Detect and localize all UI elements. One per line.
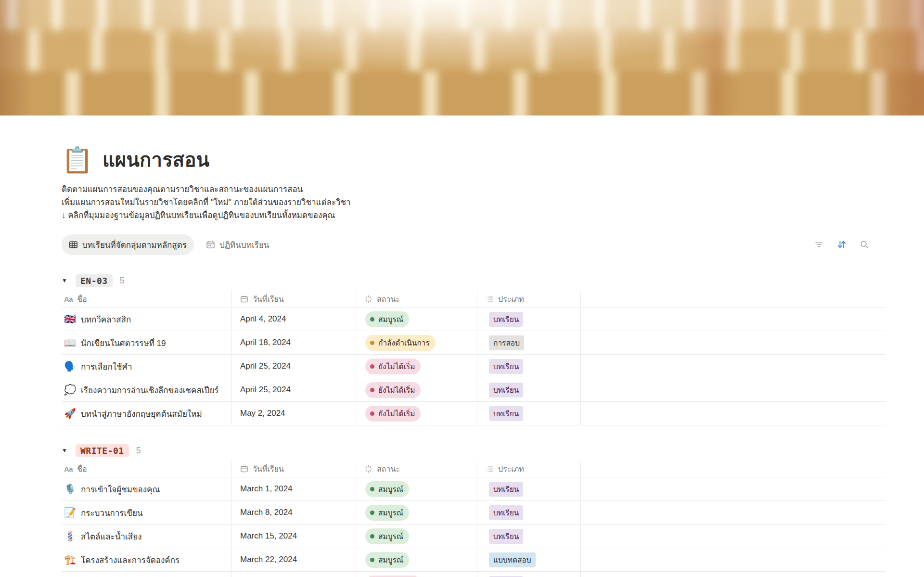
- cell-empty: [581, 501, 886, 525]
- cell-name[interactable]: 🇬🇧 บทกวีคลาสสิก: [62, 308, 232, 331]
- thought-balloon-icon: 💭: [64, 385, 76, 395]
- cell-type[interactable]: บทเรียน: [477, 402, 581, 425]
- column-header-name[interactable]: Aa ชื่อ: [62, 461, 232, 477]
- column-header-date[interactable]: วันที่เรียน: [232, 291, 356, 308]
- date-value: March 22, 2024: [240, 555, 297, 564]
- page-description: ติดตามแผนการสอนของคุณตามรายวิชาและสถานะข…: [62, 183, 886, 222]
- cell-status[interactable]: ยังไม่ได้เริ่ม: [356, 402, 477, 425]
- lesson-title: โครงสร้างและการจัดองค์กร: [81, 553, 180, 566]
- cell-date[interactable]: March 15, 2024: [232, 525, 356, 548]
- collapse-triangle-icon[interactable]: ▼: [62, 447, 68, 454]
- date-value: April 4, 2024: [240, 314, 286, 324]
- status-pill: สมบูรณ์: [365, 505, 409, 521]
- lesson-title: บทนำสู่ภาษาอังกฤษยุคต้นสมัยใหม่: [81, 407, 202, 420]
- speaking-head-icon: 🗣️: [64, 361, 76, 371]
- cell-status[interactable]: กำลังดำเนินการ: [356, 331, 477, 355]
- cell-empty: [581, 477, 886, 501]
- cell-empty: [581, 572, 886, 577]
- cell-type[interactable]: บทเรียน: [477, 477, 581, 501]
- cell-status[interactable]: สมบูรณ์: [356, 525, 477, 548]
- table-row[interactable]: 🚀 บทนำสู่ภาษาอังกฤษยุคต้นสมัยใหม่ May 2,…: [62, 402, 886, 425]
- group-header: ▼ WRITE-01 5: [62, 440, 886, 461]
- cell-date[interactable]: April 25, 2024: [232, 355, 356, 378]
- cell-date[interactable]: March 22, 2024: [232, 548, 356, 572]
- table-row[interactable]: 🔬 การวิจัยและการอ้างอิง March 29, 2024 ย…: [62, 572, 886, 577]
- cell-status[interactable]: สมบูรณ์: [356, 308, 477, 331]
- table-row[interactable]: 💭 เรียงความการอ่านเชิงลึกของเชคสเปียร์ A…: [62, 378, 886, 402]
- group-en-03: ▼ EN-03 5 Aa ชื่อ วั: [62, 270, 886, 425]
- table-row[interactable]: 🎙️ การเข้าใจผู้ชมของคุณ March 1, 2024 สม…: [62, 477, 886, 501]
- column-label: ชื่อ: [77, 463, 87, 475]
- column-label: วันที่เรียน: [253, 293, 284, 305]
- group-name-pill[interactable]: WRITE-01: [76, 444, 129, 457]
- column-header-type[interactable]: ประเภท: [477, 291, 581, 308]
- cell-name[interactable]: 🎙️ การเข้าใจผู้ชมของคุณ: [62, 477, 232, 501]
- cell-status[interactable]: ยังไม่ได้เริ่ม: [356, 378, 477, 402]
- filter-icon[interactable]: [814, 240, 824, 249]
- cell-date[interactable]: April 18, 2024: [232, 331, 356, 355]
- cell-name[interactable]: 📖 นักเขียนในศตวรรษที่ 19: [62, 331, 232, 355]
- cell-date[interactable]: March 29, 2024: [232, 572, 356, 577]
- cell-name[interactable]: 💭 เรียงความการอ่านเชิงลึกของเชคสเปียร์: [62, 378, 232, 402]
- collapse-triangle-icon[interactable]: ▼: [62, 277, 68, 284]
- column-header-type[interactable]: ประเภท: [477, 461, 581, 477]
- date-value: March 1, 2024: [240, 484, 293, 494]
- text-icon: Aa: [64, 295, 73, 303]
- cell-name[interactable]: 🏗️ โครงสร้างและการจัดองค์กร: [62, 548, 232, 572]
- cell-type[interactable]: บทเรียน: [477, 572, 581, 577]
- column-header-status[interactable]: สถานะ: [356, 291, 477, 308]
- cell-type[interactable]: บทเรียน: [477, 501, 581, 525]
- crane-icon: 🏗️: [64, 555, 76, 564]
- cell-date[interactable]: March 1, 2024: [232, 477, 356, 501]
- status-pill: สมบูรณ์: [365, 552, 409, 568]
- cell-name[interactable]: 🚀 บทนำสู่ภาษาอังกฤษยุคต้นสมัยใหม่: [62, 402, 232, 425]
- search-icon[interactable]: [860, 240, 869, 249]
- cell-name[interactable]: 🔬 การวิจัยและการอ้างอิง: [62, 572, 232, 577]
- column-header-empty: [581, 291, 886, 308]
- cell-date[interactable]: March 8, 2024: [232, 501, 356, 525]
- calendar-icon: [240, 465, 248, 473]
- cell-status[interactable]: ยังไม่ได้เริ่ม: [356, 572, 477, 577]
- cell-type[interactable]: แบบทดสอบ: [477, 548, 581, 572]
- status-label: สมบูรณ์: [378, 530, 403, 542]
- table-row[interactable]: 🗣️ การเลือกใช้คำ April 25, 2024 ยังไม่ได…: [62, 355, 886, 378]
- cell-name[interactable]: 💈 สไตล์และน้ำเสียง: [62, 525, 232, 548]
- cell-type[interactable]: การสอบ: [477, 331, 581, 355]
- table-row[interactable]: 📖 นักเขียนในศตวรรษที่ 19 April 18, 2024 …: [62, 331, 886, 355]
- column-header-name[interactable]: Aa ชื่อ: [62, 291, 232, 308]
- type-pill: บทเรียน: [489, 312, 523, 327]
- column-header-status[interactable]: สถานะ: [356, 461, 477, 477]
- cell-type[interactable]: บทเรียน: [477, 355, 581, 378]
- sort-icon[interactable]: [836, 239, 847, 250]
- group-header: ▼ EN-03 5: [62, 270, 886, 291]
- status-pill: ยังไม่ได้เริ่ม: [365, 576, 421, 577]
- cell-type[interactable]: บทเรียน: [477, 525, 581, 548]
- group-count: 5: [120, 276, 125, 286]
- table-row[interactable]: 🇬🇧 บทกวีคลาสสิก April 4, 2024 สมบูรณ์ บท…: [62, 308, 886, 331]
- status-label: กำลังดำเนินการ: [378, 337, 430, 349]
- cell-type[interactable]: บทเรียน: [477, 378, 581, 402]
- table-row[interactable]: 📝 กระบวนการเขียน March 8, 2024 สมบูรณ์ บ…: [62, 501, 886, 525]
- tab-lesson-calendar[interactable]: ปฏิทินบทเรียน: [199, 234, 277, 255]
- group-name-pill[interactable]: EN-03: [76, 274, 113, 287]
- status-dot-icon: [370, 317, 374, 321]
- status-dot-icon: [370, 534, 374, 539]
- cell-status[interactable]: สมบูรณ์: [356, 501, 477, 525]
- cell-date[interactable]: April 25, 2024: [232, 378, 356, 402]
- cell-date[interactable]: April 4, 2024: [232, 308, 356, 331]
- cell-status[interactable]: สมบูรณ์: [356, 477, 477, 501]
- cell-date[interactable]: May 2, 2024: [232, 402, 356, 425]
- table-row[interactable]: 💈 สไตล์และน้ำเสียง March 15, 2024 สมบูรณ…: [62, 525, 886, 548]
- cell-status[interactable]: ยังไม่ได้เริ่ม: [356, 355, 477, 378]
- cell-empty: [581, 548, 886, 572]
- status-dot-icon: [370, 487, 374, 491]
- tab-grouped-lessons[interactable]: บทเรียนที่จัดกลุ่มตามหลักสูตร: [62, 234, 194, 255]
- cell-name[interactable]: 🗣️ การเลือกใช้คำ: [62, 355, 232, 378]
- cell-name[interactable]: 📝 กระบวนการเขียน: [62, 501, 232, 525]
- table-row[interactable]: 🏗️ โครงสร้างและการจัดองค์กร March 22, 20…: [62, 548, 886, 572]
- lessons-table: Aa ชื่อ วันที่เรียน: [62, 291, 886, 425]
- cell-status[interactable]: สมบูรณ์: [356, 548, 477, 572]
- cell-type[interactable]: บทเรียน: [477, 308, 581, 331]
- column-header-date[interactable]: วันที่เรียน: [232, 461, 356, 477]
- column-label: ประเภท: [498, 463, 524, 475]
